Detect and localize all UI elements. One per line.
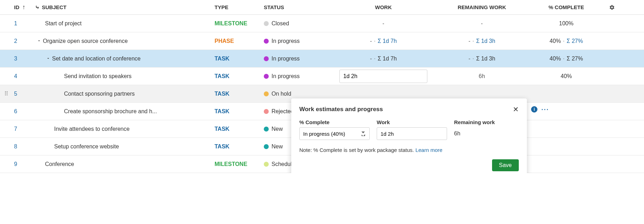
col-header-id-label: ID <box>14 4 19 10</box>
table-settings-button[interactable] <box>601 5 623 10</box>
pct-value: 100% <box>559 20 574 27</box>
work-package-id-link[interactable]: 6 <box>14 108 17 114</box>
table-header-row: ID ↑ ⤷ SUBJECT TYPE STATUS WORK REMAININ… <box>0 0 644 15</box>
subject-text: Organize open source conference <box>43 38 128 44</box>
status-label: New <box>272 126 283 132</box>
remaining-value: - <box>481 20 483 27</box>
work-value: - <box>382 20 384 27</box>
status-dot-icon <box>264 144 269 149</box>
type-label: MILESTONE <box>215 20 264 27</box>
work-sigma[interactable]: Σ 1d 7h <box>378 38 397 44</box>
remaining-sigma: Σ 1d 3h <box>476 56 495 62</box>
type-label: PHASE <box>215 38 264 44</box>
table-row[interactable]: 4Send invitation to speakersTASKIn progr… <box>0 68 644 85</box>
chevron-down-icon[interactable] <box>44 56 52 62</box>
remaining-value: - <box>468 56 470 62</box>
pct-sigma[interactable]: Σ 27% <box>567 38 583 44</box>
subject-text: Start of project <box>45 20 82 27</box>
pct-value: 40% <box>550 38 561 44</box>
drag-handle-icon[interactable]: ⠿ <box>4 90 8 97</box>
type-label: TASK <box>215 73 264 79</box>
col-header-subject[interactable]: ⤷ SUBJECT <box>35 4 215 11</box>
col-header-id[interactable]: ID ↑ <box>0 4 35 11</box>
col-header-remaining[interactable]: REMAINING WORK <box>433 4 531 10</box>
remaining-sigma[interactable]: Σ 1d 3h <box>476 38 495 44</box>
work-input[interactable] <box>377 127 447 140</box>
subject-text: Create sponsorship brochure and h... <box>64 108 157 115</box>
remaining-value: 6h <box>479 73 485 79</box>
status-label: Rejected <box>272 108 294 115</box>
work-package-id-link[interactable]: 7 <box>14 126 17 132</box>
status-label: In progress <box>272 38 300 44</box>
subject-text: Setup conference website <box>54 143 119 150</box>
subject-text: Conference <box>45 161 74 167</box>
status-dot-icon <box>264 74 269 79</box>
work-package-id-link[interactable]: 3 <box>14 56 17 62</box>
status-label: Closed <box>272 20 289 27</box>
work-value: - <box>370 38 372 44</box>
subject-text: Send invitation to speakers <box>64 73 132 79</box>
status-dot-icon <box>264 21 269 26</box>
subject-text: Set date and location of conference <box>52 56 141 62</box>
more-actions-icon[interactable]: ⋯ <box>541 105 549 113</box>
row-actions: i ⋯ <box>531 105 549 113</box>
info-icon[interactable]: i <box>531 106 537 113</box>
work-package-id-link[interactable]: 9 <box>14 161 17 167</box>
type-label: MILESTONE <box>215 161 264 167</box>
chevron-down-icon[interactable] <box>35 38 43 44</box>
table-row[interactable]: 2Organize open source conferencePHASEIn … <box>0 32 644 50</box>
type-label: TASK <box>215 143 264 150</box>
remaining-work-value: 6h <box>454 127 495 140</box>
learn-more-link[interactable]: Learn more <box>415 147 442 153</box>
col-header-status[interactable]: STATUS <box>264 4 334 10</box>
col-header-pct[interactable]: % COMPLETE <box>531 4 601 10</box>
work-estimates-popover: Work estimates and progress ✕ % Complete… <box>291 98 527 173</box>
work-sigma: Σ 1d 7h <box>378 56 397 62</box>
work-cell-input[interactable] <box>339 70 427 83</box>
subject-text: Invite attendees to conference <box>54 126 129 132</box>
type-label: TASK <box>215 91 264 97</box>
status-dot-icon <box>264 39 269 44</box>
status-label: New <box>272 143 283 150</box>
remaining-work-label: Remaining work <box>454 119 495 125</box>
status-dot-icon <box>264 56 269 61</box>
status-label: In progress <box>272 56 300 62</box>
work-package-id-link[interactable]: 1 <box>14 20 17 26</box>
close-icon[interactable]: ✕ <box>513 106 519 113</box>
pct-complete-label: % Complete <box>299 119 370 125</box>
popover-title: Work estimates and progress <box>299 106 383 113</box>
table-row[interactable]: 3Set date and location of conferenceTASK… <box>0 50 644 68</box>
pct-value: 40% <box>550 56 561 62</box>
table-row[interactable]: 1Start of projectMILESTONEClosed--100% <box>0 15 644 32</box>
col-header-type[interactable]: TYPE <box>215 4 264 10</box>
remaining-value: - <box>468 38 470 44</box>
work-package-id-link[interactable]: 8 <box>14 143 17 149</box>
col-header-subject-label: SUBJECT <box>42 4 66 10</box>
work-label: Work <box>377 119 447 125</box>
pct-sigma: Σ 27% <box>567 56 583 62</box>
status-dot-icon <box>264 127 269 132</box>
subject-text: Contact sponsoring partners <box>64 91 135 97</box>
sort-ascending-icon: ↑ <box>22 4 25 11</box>
pct-value: 40% <box>561 73 572 79</box>
type-label: TASK <box>215 126 264 132</box>
save-button[interactable]: Save <box>492 159 519 171</box>
status-dot-icon <box>264 91 269 96</box>
status-label: On hold <box>272 91 291 97</box>
hierarchy-icon: ⤷ <box>35 4 40 11</box>
status-dot-icon <box>264 109 269 114</box>
work-package-id-link[interactable]: 4 <box>14 73 17 79</box>
type-label: TASK <box>215 108 264 115</box>
status-dot-icon <box>264 162 269 167</box>
status-label: In progress <box>272 73 300 79</box>
work-value: - <box>370 56 372 62</box>
gear-icon <box>609 5 615 10</box>
type-label: TASK <box>215 56 264 62</box>
pct-complete-select[interactable]: In progress (40%) <box>299 127 370 140</box>
popover-note: Note: % Complete is set by work package … <box>299 147 519 153</box>
col-header-work[interactable]: WORK <box>334 4 433 10</box>
work-package-id-link[interactable]: 2 <box>14 38 17 44</box>
work-package-id-link[interactable]: 5 <box>14 91 17 97</box>
